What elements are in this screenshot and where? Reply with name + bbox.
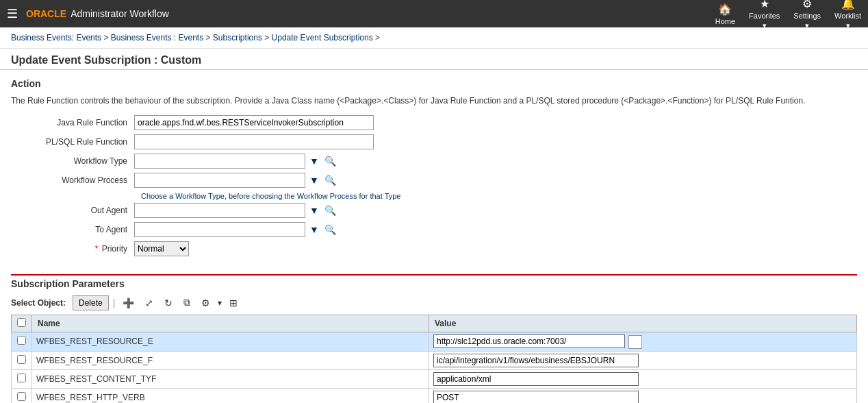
row1-check-cell [12, 332, 32, 352]
workflow-type-label: Workflow Type [11, 156, 134, 166]
plsql-rule-function-input[interactable] [134, 134, 374, 149]
top-nav: ☰ ORACLE Administrator Workflow 🏠 Home ★… [0, 0, 868, 27]
to-agent-clear-btn[interactable]: ▼ [308, 223, 320, 236]
to-agent-group: ▼ 🔍 [134, 222, 337, 237]
to-agent-label: To Agent [11, 225, 134, 234]
breadcrumb-link-2[interactable]: Business Events : Events [111, 33, 203, 42]
home-icon: 🏠 [718, 3, 732, 16]
page-title: Update Event Subscription : Custom [0, 49, 868, 70]
nav-favorites[interactable]: ★ Favorites ▾ [749, 0, 780, 30]
row1-checkbox[interactable] [17, 336, 26, 345]
nav-worklist[interactable]: 🔔 Worklist ▾ [834, 0, 861, 30]
toolbar-separator: | [113, 297, 116, 308]
select-all-checkbox[interactable] [17, 318, 26, 327]
breadcrumb-link-3[interactable]: Subscriptions [213, 33, 262, 42]
favorites-icon: ★ [760, 0, 769, 10]
row2-checkbox[interactable] [17, 355, 26, 364]
breadcrumb-link-1[interactable]: Business Events: Events [11, 33, 101, 42]
workflow-process-group: ▼ 🔍 [134, 173, 337, 188]
breadcrumb: Business Events: Events > Business Event… [0, 27, 868, 49]
add-row-icon-btn[interactable]: ➕ [119, 295, 138, 310]
select-object-label: Select Object: [11, 298, 66, 308]
workflow-process-search-btn[interactable]: 🔍 [323, 173, 337, 187]
table-row: WFBES_REST_RESOURCE_F [12, 351, 857, 369]
favorites-label: Favorites [749, 12, 780, 20]
gear-icon-btn[interactable]: ⚙ [198, 295, 214, 310]
out-agent-input[interactable] [134, 203, 305, 218]
row2-value-input[interactable] [433, 354, 639, 367]
header-check [12, 315, 32, 332]
row2-value-cell [429, 351, 857, 369]
plsql-rule-function-row: PL/SQL Rule Function [11, 134, 857, 149]
priority-row: * Priority Low Normal High [11, 241, 857, 256]
row1-value-input[interactable] [433, 334, 625, 348]
out-agent-label: Out Agent [11, 206, 134, 215]
out-agent-row: Out Agent ▼ 🔍 [11, 203, 857, 218]
settings-label: Settings [793, 12, 821, 20]
action-title: Action [11, 78, 857, 89]
priority-required-star: * [95, 244, 99, 254]
gear-dropdown-icon: ▾ [218, 298, 222, 308]
header-value: Value [429, 315, 857, 332]
workflow-process-row: Workflow Process ▼ 🔍 [11, 173, 857, 188]
workflow-process-clear-btn[interactable]: ▼ [308, 173, 320, 187]
row3-check-cell [12, 369, 32, 388]
out-agent-search-btn[interactable]: 🔍 [323, 204, 337, 217]
plsql-rule-function-group [134, 134, 374, 149]
priority-label: * Priority [11, 244, 134, 254]
header-name: Name [32, 315, 429, 332]
table-row: WFBES_REST_RESOURCE_E [12, 332, 857, 352]
copy-icon-btn[interactable]: ⧉ [180, 295, 194, 310]
java-rule-function-group [134, 115, 374, 130]
java-rule-function-row: Java Rule Function [11, 115, 857, 130]
subscription-params-section: Subscription Parameters Select Object: D… [0, 269, 868, 403]
row3-name-cell: WFBES_REST_CONTENT_TYF [32, 369, 429, 388]
refresh-icon-btn[interactable]: ↻ [161, 295, 176, 310]
row2-check-cell [12, 351, 32, 369]
row3-value-cell [429, 369, 857, 388]
worklist-dropdown-icon: ▾ [846, 21, 850, 30]
params-toolbar: Select Object: Delete | ➕ ⤢ ↻ ⧉ ⚙ ▾ ⊞ [11, 295, 857, 310]
out-agent-clear-btn[interactable]: ▼ [308, 204, 320, 217]
action-description: The Rule Function controls the behaviour… [11, 95, 857, 107]
row2-name-cell: WFBES_REST_RESOURCE_F [32, 351, 429, 369]
workflow-type-input[interactable] [134, 154, 305, 169]
workflow-type-group: ▼ 🔍 [134, 154, 337, 169]
to-agent-input[interactable] [134, 222, 305, 237]
breadcrumb-link-4[interactable]: Update Event Subscriptions [272, 33, 373, 42]
worklist-label: Worklist [834, 12, 861, 20]
table-icon-btn[interactable]: ⊞ [226, 295, 241, 310]
workflow-type-clear-btn[interactable]: ▼ [308, 154, 320, 168]
plsql-rule-function-label: PL/SQL Rule Function [11, 137, 134, 147]
delete-button[interactable]: Delete [73, 295, 109, 310]
row4-name-cell: WFBES_REST_HTTP_VERB [32, 388, 429, 403]
nav-settings[interactable]: ⚙ Settings ▾ [793, 0, 821, 30]
params-table-header: Name Value [12, 315, 857, 332]
settings-icon: ⚙ [802, 0, 812, 10]
table-row: WFBES_REST_HTTP_VERB [12, 388, 857, 403]
workflow-process-label: Workflow Process [11, 175, 134, 185]
nav-home[interactable]: 🏠 Home [715, 3, 735, 25]
to-agent-row: To Agent ▼ 🔍 [11, 222, 857, 237]
row1-name-cell: WFBES_REST_RESOURCE_E [32, 332, 429, 352]
favorites-dropdown-icon: ▾ [763, 21, 767, 30]
row4-check-cell [12, 388, 32, 403]
home-label: Home [715, 17, 735, 25]
priority-select[interactable]: Low Normal High [134, 241, 189, 256]
row3-checkbox[interactable] [17, 374, 26, 382]
row3-value-input[interactable] [433, 372, 639, 386]
to-agent-search-btn[interactable]: 🔍 [323, 223, 337, 236]
workflow-type-search-btn[interactable]: 🔍 [323, 154, 337, 168]
menu-icon[interactable]: ☰ [7, 6, 18, 21]
action-section: Action The Rule Function controls the be… [0, 70, 868, 269]
row4-checkbox[interactable] [17, 392, 26, 401]
workflow-process-input[interactable] [134, 173, 305, 188]
params-table: Name Value WFBES_REST_RESOURCE_E WFBES_R [11, 315, 857, 403]
table-row: WFBES_REST_CONTENT_TYF [12, 369, 857, 388]
expand-icon-btn[interactable]: ⤢ [142, 295, 157, 310]
java-rule-function-label: Java Rule Function [11, 118, 134, 127]
java-rule-function-input[interactable] [134, 115, 374, 130]
row4-value-input[interactable] [433, 391, 639, 403]
nav-items: 🏠 Home ★ Favorites ▾ ⚙ Settings ▾ 🔔 Work… [715, 0, 861, 30]
row4-value-cell [429, 388, 857, 403]
